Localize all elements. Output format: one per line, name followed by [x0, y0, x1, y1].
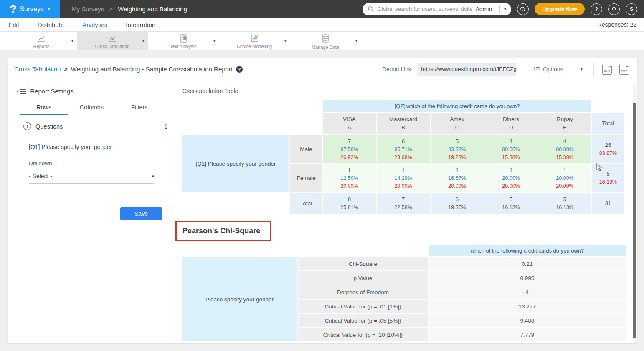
- chevron-down-icon[interactable]: ▾: [284, 38, 287, 43]
- column-header-amex: AmexC: [431, 113, 484, 134]
- chi-value-critical-5pct: 9.488: [429, 314, 626, 327]
- tab-analytics[interactable]: Analytics: [81, 19, 108, 30]
- analytics-toolbar: Reports ▾ Cross-Tabulation ▾ Text Analys…: [0, 32, 644, 50]
- cell-female-mastercard: 114.29%20.00%: [377, 164, 430, 192]
- row-label-male: Male: [290, 135, 322, 163]
- menu-icon: [20, 89, 26, 94]
- cell-male-diners: 480.00%15.38%: [484, 135, 538, 163]
- cell-male-visa: 787.50%26.92%: [323, 135, 376, 163]
- vertical-scrollbar[interactable]: [633, 103, 636, 338]
- crosstab-row-group-header: [Q1] Please specify your gender: [182, 135, 289, 192]
- report-card-header: Cross Tabulation > Weighting and Balanci…: [8, 58, 637, 80]
- settings-tabs: Rows Columns Filters: [20, 104, 163, 115]
- report-header-actions: Report Link: https://www.questionpro.com…: [382, 63, 631, 76]
- chi-value-chi-square: 0.21: [429, 257, 626, 270]
- responses-count: Responses: 22: [598, 21, 636, 28]
- drilldown-select[interactable]: - Select - ▾: [29, 173, 154, 184]
- tab-integration[interactable]: Integration: [125, 19, 156, 30]
- questions-label: Questions: [35, 123, 63, 130]
- toolbar-text-analysis[interactable]: Text Analysis ▾: [148, 32, 219, 50]
- chi-label-degrees-of-freedom: Degrees of Freedom: [298, 285, 428, 299]
- chevron-down-icon: ▾: [152, 174, 154, 179]
- product-menu[interactable]: ? Surveys ▾: [0, 0, 60, 18]
- toolbar-cross-tabulation[interactable]: Cross-Tabulation ▾: [77, 32, 148, 50]
- report-help-button[interactable]: ?: [236, 66, 243, 73]
- chevron-down-icon[interactable]: ▾: [355, 38, 357, 43]
- chi-label-critical-10pct: Critical Value for (p = .10 [10%]): [298, 328, 428, 341]
- chi-value-degrees-of-freedom: 4: [429, 285, 626, 299]
- settings-header: ‹ Report Settings: [17, 88, 175, 95]
- tab-edit[interactable]: Edit: [8, 19, 20, 30]
- chevron-down-icon: ▾: [48, 7, 50, 11]
- report-link-field[interactable]: https://www.questionpro.com/t/lFFCZg: [417, 63, 516, 76]
- app-screen: ? Surveys ▾ My Surveys > Weighting and B…: [0, 0, 644, 351]
- save-button[interactable]: Save: [120, 207, 162, 220]
- report-card-body: ‹ Report Settings Rows Columns Filters +…: [8, 80, 637, 343]
- chevron-down-icon[interactable]: ▾: [213, 38, 216, 43]
- search-scope-dropdown[interactable]: ▾: [499, 5, 507, 13]
- search-button[interactable]: [517, 3, 529, 15]
- cell-female-amex: 116.67%20.00%: [431, 164, 484, 192]
- plus-icon: +: [25, 123, 29, 129]
- chevron-left-icon: ‹: [17, 88, 19, 95]
- collapse-panel-button[interactable]: ‹: [17, 88, 26, 95]
- cell-total-diners: 516.13%: [484, 193, 538, 214]
- question-card: [Q1] Please specify your gender Drilldow…: [21, 136, 162, 192]
- help-icon: ?: [595, 6, 598, 12]
- notifications-button[interactable]: [608, 3, 620, 15]
- search-input[interactable]: [377, 6, 472, 12]
- report-card: Cross Tabulation > Weighting and Balanci…: [8, 58, 637, 343]
- questions-count: 1: [164, 123, 167, 130]
- cell-total-visa: 825.81%: [323, 193, 376, 214]
- tab-rows[interactable]: Rows: [20, 104, 68, 115]
- cell-male-total: 2683.87%: [592, 135, 624, 163]
- cross-tabulation-breadcrumb-link[interactable]: Cross Tabulation: [14, 66, 61, 73]
- tab-distribute[interactable]: Distribute: [37, 19, 65, 30]
- row-label-total: Total: [290, 193, 322, 214]
- crosstab-table: [Q2] which of the following credit cards…: [182, 100, 624, 214]
- breadcrumb-current: Weighting and Balancing: [118, 5, 187, 13]
- drilldown-label: Drilldown: [29, 160, 154, 167]
- toolbar-reports[interactable]: Reports ▾: [6, 32, 77, 50]
- breadcrumb-parent[interactable]: My Surveys: [71, 5, 104, 13]
- chevron-down-icon[interactable]: ▾: [71, 38, 74, 43]
- breadcrumb: My Surveys > Weighting and Balancing: [71, 5, 187, 13]
- list-icon: [534, 66, 540, 72]
- user-avatar[interactable]: S: [626, 3, 637, 15]
- toolbar-manage-data[interactable]: Manage Data ▾: [290, 32, 361, 50]
- report-url[interactable]: https://www.questionpro.com/t/lFFCZg: [421, 66, 517, 72]
- global-search[interactable]: Admin ▾: [363, 3, 511, 15]
- cell-female-total: 516.13%: [592, 164, 624, 192]
- report-link-label: Report Link:: [382, 66, 413, 72]
- chi-row-header: Please specify your gender: [182, 257, 297, 341]
- line-chart-icon: [107, 34, 117, 43]
- column-header-rupay: RupayE: [538, 113, 591, 134]
- chevron-down-icon[interactable]: ▾: [142, 38, 145, 43]
- help-icon: ?: [238, 67, 241, 72]
- chi-column-header: which of the following credit cards do y…: [429, 245, 626, 256]
- notebook-icon: [179, 34, 188, 43]
- search-icon: [520, 6, 526, 12]
- chi-label-chi-square: Chi-Square: [298, 257, 428, 270]
- scatter-chart-icon: [249, 34, 259, 43]
- cell-male-mastercard: 685.71%23.08%: [377, 135, 430, 163]
- folded-corner: [626, 63, 629, 67]
- tab-columns[interactable]: Columns: [68, 104, 115, 115]
- export-xls-button[interactable]: XLS: [602, 64, 612, 75]
- questions-row: + Questions 1: [23, 122, 167, 130]
- chevron-down-icon: ▾: [504, 7, 506, 11]
- chi-value-critical-10pct: 7.779: [429, 328, 626, 341]
- export-pdf-button[interactable]: PDF: [619, 64, 629, 75]
- options-menu[interactable]: Options ▾: [534, 66, 583, 73]
- toolbar-choice-modelling[interactable]: Choice Modelling ▾: [219, 32, 290, 50]
- row-label-female: Female: [290, 164, 322, 192]
- divider: [593, 63, 594, 76]
- add-question-button[interactable]: +: [23, 122, 31, 130]
- upgrade-now-button[interactable]: Upgrade Now: [535, 3, 585, 15]
- cell-female-visa: 112.50%20.00%: [323, 164, 376, 192]
- tab-filters[interactable]: Filters: [116, 104, 163, 115]
- topbar-actions: Admin ▾ Upgrade Now ? S: [363, 3, 644, 15]
- help-button[interactable]: ?: [591, 3, 602, 15]
- bell-icon: [611, 6, 617, 12]
- pdf-file-icon: PDF: [620, 69, 629, 73]
